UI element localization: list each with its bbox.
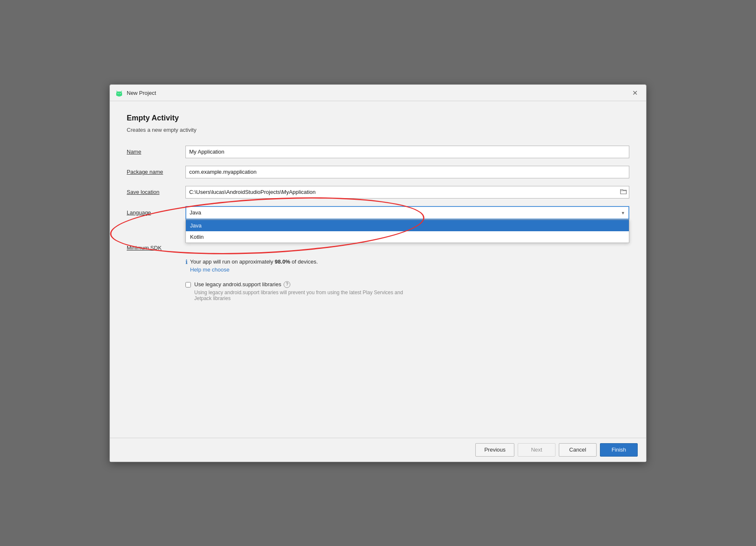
checkbox-label: Use legacy android.support libraries ? [194,281,404,288]
legacy-libraries-checkbox[interactable] [185,282,191,287]
checkbox-description: Using legacy android.support libraries w… [194,290,404,301]
language-row: Language Java ▼ Java Kotlin [127,206,629,219]
finish-button[interactable]: Finish [600,443,638,457]
language-select[interactable]: Java ▼ [185,206,629,219]
folder-browse-button[interactable] [619,188,628,196]
name-label: Name [127,149,185,155]
dialog-title: New Project [127,90,156,96]
language-option-java[interactable]: Java [186,220,629,231]
help-me-choose-link[interactable]: Help me choose [190,266,318,273]
cancel-button[interactable]: Cancel [559,443,597,457]
previous-button[interactable]: Previous [475,443,514,457]
title-bar-left: New Project [115,89,156,97]
legacy-libraries-row: Use legacy android.support libraries ? U… [185,281,629,301]
info-text: Your app will run on approximately 98.0%… [190,259,318,265]
checkbox-label-area: Use legacy android.support libraries ? U… [194,281,404,301]
minimum-sdk-row: Minimum SDK [127,245,629,251]
title-bar: New Project ✕ [110,85,646,101]
name-input[interactable] [185,146,629,158]
info-row: ℹ Your app will run on approximately 98.… [185,259,629,273]
language-label: Language [127,209,185,216]
save-location-row: Save location [127,186,629,199]
next-button[interactable]: Next [518,443,555,457]
section-title: Empty Activity [127,114,629,123]
package-row: Package name [127,166,629,178]
info-text-container: Your app will run on approximately 98.0%… [190,259,318,273]
android-icon [115,89,123,97]
minimum-sdk-label: Minimum SDK [127,245,185,251]
save-location-label: Save location [127,189,185,195]
language-selected-value: Java [190,209,201,216]
language-wrapper: Java ▼ Java Kotlin [185,206,629,219]
package-label: Package name [127,169,185,175]
help-tooltip-icon[interactable]: ? [284,281,290,288]
section-desc: Creates a new empty activity [127,127,629,133]
save-location-input[interactable] [185,186,629,199]
name-row: Name [127,146,629,158]
save-location-wrapper [185,186,629,199]
package-input[interactable] [185,166,629,178]
svg-rect-1 [116,93,122,96]
chevron-down-icon: ▼ [621,210,625,215]
dialog-footer: Previous Next Cancel Finish [110,438,646,462]
folder-icon [620,188,627,194]
dialog-content: Empty Activity Creates a new empty activ… [110,101,646,438]
language-dropdown-menu: Java Kotlin [185,219,629,243]
language-option-kotlin[interactable]: Kotlin [186,231,629,243]
new-project-dialog: New Project ✕ Empty Activity Creates a n… [109,84,647,462]
close-button[interactable]: ✕ [631,89,639,97]
info-icon: ℹ [185,259,188,265]
